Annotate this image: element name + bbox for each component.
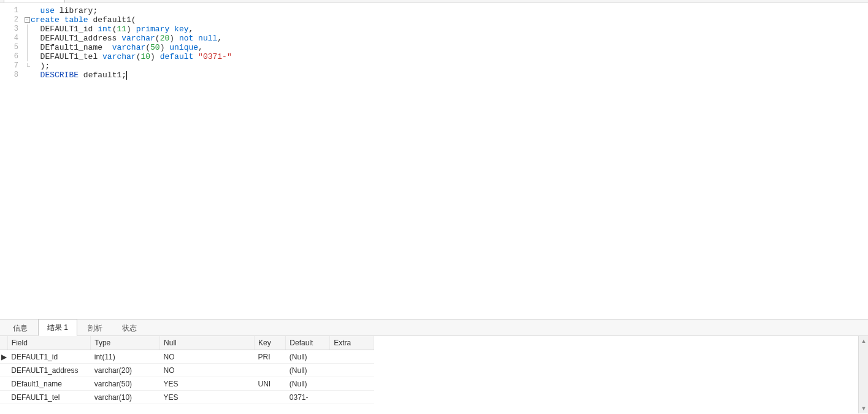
cell-key[interactable]: UNI xyxy=(255,377,286,391)
cell-key[interactable] xyxy=(255,364,286,377)
tab-profile[interactable]: 剖析 xyxy=(79,320,112,336)
code-text[interactable]: DEFAULT1_tel varchar(10) default "0371-" xyxy=(31,52,868,61)
cell-key[interactable]: PRI xyxy=(255,350,286,364)
vertical-scrollbar[interactable]: ▲ ▼ xyxy=(858,336,868,413)
grid-header-key[interactable]: Key xyxy=(255,336,286,350)
fold-gutter xyxy=(23,52,31,61)
fold-gutter xyxy=(23,34,31,43)
cell-key[interactable] xyxy=(255,391,286,404)
scroll-up-icon[interactable]: ▲ xyxy=(859,337,868,345)
cell-default[interactable]: (Null) xyxy=(286,377,330,391)
fold-line-icon xyxy=(27,34,28,43)
cell-null[interactable]: YES xyxy=(160,377,255,391)
scroll-down-icon[interactable]: ▼ xyxy=(859,404,868,413)
code-text[interactable]: DEFAULT1_address varchar(20) not null, xyxy=(31,34,868,43)
cell-extra[interactable] xyxy=(330,391,374,404)
grid-header-extra[interactable]: Extra xyxy=(330,336,374,350)
code-line[interactable]: 5 DEfault1_name varchar(50) unique, xyxy=(0,43,868,52)
cell-type[interactable]: varchar(20) xyxy=(91,364,160,377)
cell-field[interactable]: DEFAULT1_tel xyxy=(7,391,90,404)
table-row[interactable]: DEFAULT1_addressvarchar(20)NO(Null) xyxy=(0,364,374,377)
grid-header-default[interactable]: Default xyxy=(286,336,330,350)
sql-editor[interactable]: 1 use library;2−create table default1(3 … xyxy=(0,3,868,318)
fold-line-icon xyxy=(27,25,28,34)
tab-status[interactable]: 状态 xyxy=(113,320,146,336)
code-line[interactable]: 4 DEFAULT1_address varchar(20) not null, xyxy=(0,34,868,43)
cell-type[interactable]: varchar(50) xyxy=(91,377,160,391)
fold-line-icon xyxy=(27,52,28,61)
code-line[interactable]: 8 DESCRIBE default1; xyxy=(0,71,868,80)
grid-header-indicator xyxy=(0,336,7,350)
fold-line-icon xyxy=(27,43,28,52)
row-indicator-icon xyxy=(0,391,7,404)
cell-null[interactable]: YES xyxy=(160,391,255,404)
line-number: 6 xyxy=(0,52,23,61)
cell-extra[interactable] xyxy=(330,350,374,364)
line-number: 3 xyxy=(0,25,23,34)
cell-field[interactable]: DEfault1_name xyxy=(7,377,90,391)
code-text[interactable]: create table default1( xyxy=(31,15,868,25)
cell-null[interactable]: NO xyxy=(160,350,255,364)
cell-default[interactable]: (Null) xyxy=(286,364,330,377)
cell-default[interactable]: (Null) xyxy=(286,350,330,364)
line-number: 4 xyxy=(0,34,23,43)
fold-minus-icon[interactable]: − xyxy=(25,17,30,23)
results-grid[interactable]: Field Type Null Key Default Extra ▶DEFAU… xyxy=(0,336,858,413)
fold-gutter xyxy=(23,6,31,15)
row-indicator-icon xyxy=(0,377,7,391)
line-number: 2 xyxy=(0,15,23,25)
grid-header-field[interactable]: Field xyxy=(7,336,90,350)
table-row[interactable]: DEFAULT1_telvarchar(10)YES0371- xyxy=(0,391,374,404)
results-tabs: 信息 结果 1 剖析 状态 xyxy=(0,319,868,336)
code-line[interactable]: 2−create table default1( xyxy=(0,15,868,25)
cell-field[interactable]: DEFAULT1_address xyxy=(7,364,90,377)
fold-gutter xyxy=(23,43,31,52)
row-indicator-icon: ▶ xyxy=(0,350,7,364)
fold-gutter xyxy=(23,25,31,34)
line-number: 5 xyxy=(0,43,23,52)
results-pane: Field Type Null Key Default Extra ▶DEFAU… xyxy=(0,336,868,413)
cell-extra[interactable] xyxy=(330,364,374,377)
tab-result-1[interactable]: 结果 1 xyxy=(38,319,77,336)
line-number: 1 xyxy=(0,6,23,15)
cell-field[interactable]: DEFAULT1_id xyxy=(7,350,90,364)
table-row[interactable]: DEfault1_namevarchar(50)YESUNI(Null) xyxy=(0,377,374,391)
code-text[interactable]: DESCRIBE default1; xyxy=(31,71,868,80)
line-number: 8 xyxy=(0,71,23,80)
code-text[interactable]: DEFAULT1_id int(11) primary key, xyxy=(31,25,868,34)
code-line[interactable]: 7 ); xyxy=(0,61,868,71)
line-number: 7 xyxy=(0,61,23,71)
fold-end-icon xyxy=(25,63,30,69)
text-cursor xyxy=(126,71,127,80)
cell-null[interactable]: NO xyxy=(160,364,255,377)
fold-gutter xyxy=(23,61,31,71)
grid-header-null[interactable]: Null xyxy=(160,336,255,350)
editor-tab[interactable] xyxy=(4,0,65,2)
fold-gutter[interactable]: − xyxy=(23,15,31,25)
cell-type[interactable]: varchar(10) xyxy=(91,391,160,404)
grid-header-type[interactable]: Type xyxy=(91,336,160,350)
fold-gutter xyxy=(23,71,31,80)
code-text[interactable]: use library; xyxy=(31,6,868,15)
row-indicator-icon xyxy=(0,364,7,377)
code-line[interactable]: 3 DEFAULT1_id int(11) primary key, xyxy=(0,25,868,34)
grid-header-row: Field Type Null Key Default Extra xyxy=(0,336,374,350)
cell-extra[interactable] xyxy=(330,377,374,391)
code-text[interactable]: DEfault1_name varchar(50) unique, xyxy=(31,43,868,52)
tab-info[interactable]: 信息 xyxy=(4,320,37,336)
cell-type[interactable]: int(11) xyxy=(91,350,160,364)
cell-default[interactable]: 0371- xyxy=(286,391,330,404)
code-line[interactable]: 1 use library; xyxy=(0,6,868,15)
code-line[interactable]: 6 DEFAULT1_tel varchar(10) default "0371… xyxy=(0,52,868,61)
code-text[interactable]: ); xyxy=(31,61,868,71)
table-row[interactable]: ▶DEFAULT1_idint(11)NOPRI(Null) xyxy=(0,350,374,364)
